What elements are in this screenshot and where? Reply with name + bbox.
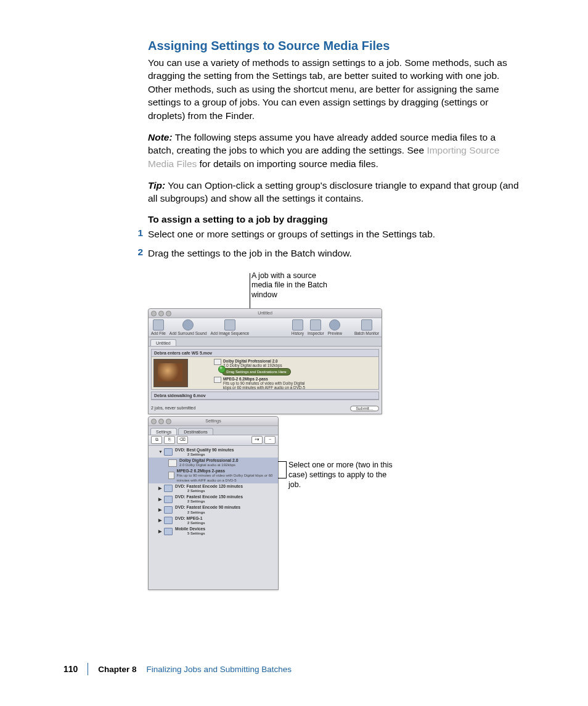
job-header: Debra sidewalking 6.mov	[152, 392, 378, 400]
tool-preview[interactable]: Preview	[328, 319, 342, 335]
batch-status: 2 jobs, never submitted	[151, 406, 195, 411]
window-title: Settings	[205, 419, 221, 423]
setting-icon	[168, 472, 174, 479]
setting-icon	[214, 377, 221, 383]
disclosure-triangle-icon[interactable]: ▶	[158, 529, 163, 534]
job-thumbnail	[153, 359, 188, 387]
chapter-label: Chapter 8	[98, 665, 136, 674]
group-button[interactable]: ⧉	[151, 436, 162, 444]
tool-add-image-seq[interactable]: Add Image Sequence	[211, 319, 250, 335]
tool-inspector[interactable]: Inspector	[308, 319, 324, 335]
job-2: Debra sidewalking 6.mov	[151, 392, 379, 400]
group-item[interactable]: ▶DVD: Fastest Encode 120 minutes2 Settin…	[149, 483, 278, 494]
setting-item[interactable]: Dolby Digital Professional 2.02.0 Dolby …	[149, 458, 278, 468]
step-1: 1 Select one or more settings or groups …	[148, 228, 524, 240]
step-text: Select one or more settings or groups of…	[148, 228, 435, 240]
tool-batch-monitor[interactable]: Batch Monitor	[354, 319, 379, 335]
submit-button[interactable]: Submit…	[350, 406, 379, 411]
window-titlebar: Untitled	[149, 309, 382, 318]
callout-right: Select one or more (two in this case) se…	[288, 460, 393, 490]
folder-icon	[164, 485, 173, 492]
disclosure-triangle-icon[interactable]: ▼	[158, 449, 163, 454]
procedure-heading: To assign a setting to a job by dragging	[148, 214, 524, 225]
tool-add-surround[interactable]: Add Surround Sound	[169, 319, 207, 335]
settings-window: Settings Settings Destinations ⧉ ⎘ ⌫ +▾ …	[148, 416, 279, 590]
settings-toolbar: ⧉ ⎘ ⌫ +▾ −	[149, 435, 278, 446]
leader-line	[286, 461, 287, 478]
settings-tabbar: Settings Destinations	[149, 426, 278, 435]
tip-paragraph: Tip: You can Option-click a setting grou…	[148, 179, 524, 205]
setting-item[interactable]: MPEG-2 6.2Mbps 2-passFits up to 90 minut…	[149, 468, 278, 483]
leader-line	[278, 478, 286, 478]
step-2: 2 Drag the settings to the job in the Ba…	[148, 247, 524, 260]
tool-history[interactable]: History	[292, 319, 304, 335]
add-drag-icon	[218, 366, 226, 373]
intro-paragraph: You can use a variety of methods to assi…	[148, 56, 524, 122]
callout-upper: A job with a source media file in the Ba…	[251, 271, 338, 300]
group-item[interactable]: ▼DVD: Best Quality 90 minutes2 Settings	[149, 447, 278, 458]
group-item[interactable]: ▶DVD: Fastest Encode 90 minutes2 Setting…	[149, 504, 278, 515]
settings-list: ▼DVD: Best Quality 90 minutes2 Settings …	[149, 446, 278, 538]
job-header: Debra enters cafe WS 5.mov	[152, 350, 378, 357]
folder-icon	[164, 448, 173, 456]
traffic-lights	[151, 311, 171, 316]
tab-destinations[interactable]: Destinations	[178, 428, 213, 435]
delete-button[interactable]: ⌫	[177, 436, 188, 444]
page-footer: 110 Chapter 8 Finalizing Jobs and Submit…	[0, 663, 588, 675]
batch-tabbar: Untitled	[149, 337, 382, 347]
group-item[interactable]: ▶Mobile Devices5 Settings	[149, 526, 278, 536]
note-text-post: for details on importing source media fi…	[197, 158, 378, 169]
window-titlebar: Settings	[149, 417, 278, 426]
batch-toolbar: Add File Add Surround Sound Add Image Se…	[149, 318, 382, 337]
note-paragraph: Note: The following steps assume you hav…	[148, 131, 524, 170]
tip-label: Tip:	[148, 180, 165, 191]
folder-icon	[164, 528, 173, 535]
group-item[interactable]: ▶DVD: Fastest Encode 150 minutes2 Settin…	[149, 494, 278, 504]
folder-icon	[164, 496, 173, 503]
section-heading: Assigning Settings to Source Media Files	[148, 38, 524, 54]
job-target-area[interactable]: Dolby Digital Professional 2.02.0 Dolby …	[190, 357, 378, 389]
step-text: Drag the settings to the job in the Batc…	[148, 247, 352, 260]
duplicate-button[interactable]: ⎘	[164, 436, 175, 444]
disclosure-triangle-icon[interactable]: ▶	[158, 507, 163, 512]
step-number: 2	[132, 247, 143, 260]
folder-icon	[164, 506, 173, 514]
remove-button[interactable]: −	[264, 436, 276, 444]
tool-add-file[interactable]: Add File	[151, 319, 166, 335]
job-1: Debra enters cafe WS 5.mov Dolby Digital…	[151, 349, 379, 390]
folder-icon	[164, 517, 173, 524]
batch-window: Untitled Add File Add Surround Sound Add…	[148, 308, 382, 414]
traffic-lights	[151, 419, 171, 424]
leader-line	[278, 461, 286, 462]
drag-target-label: Drag Settings and Destinations Here	[223, 369, 290, 375]
window-title: Untitled	[258, 311, 272, 315]
page-number: 110	[63, 664, 78, 674]
tip-text: You can Option-click a setting group's d…	[148, 180, 519, 203]
footer-divider	[88, 663, 88, 675]
setting-icon	[168, 459, 177, 467]
add-button[interactable]: +▾	[251, 436, 263, 444]
disclosure-triangle-icon[interactable]: ▶	[158, 486, 163, 491]
disclosure-triangle-icon[interactable]: ▶	[158, 518, 163, 523]
disclosure-triangle-icon[interactable]: ▶	[158, 497, 163, 502]
setting-icon	[214, 359, 221, 365]
chapter-title: Finalizing Jobs and Submitting Batches	[146, 665, 292, 674]
step-number: 1	[132, 228, 143, 240]
group-item[interactable]: ▶DVD: MPEG-12 Settings	[149, 515, 278, 526]
batch-tab[interactable]: Untitled	[150, 339, 176, 346]
tab-settings[interactable]: Settings	[150, 428, 177, 435]
note-label: Note:	[148, 132, 173, 142]
illustration-area: Untitled Add File Add Surround Sound Add…	[148, 308, 524, 598]
